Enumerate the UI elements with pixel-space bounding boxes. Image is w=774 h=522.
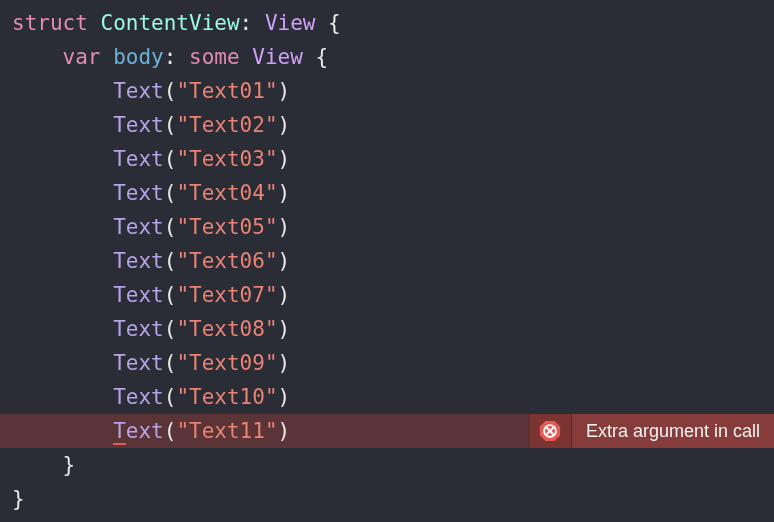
code-editor[interactable]: struct ContentView: View { var body: som… [0,0,774,522]
colon: : [240,11,265,35]
brace-open: { [303,45,328,69]
error-message[interactable]: Extra argument in call [571,414,774,448]
code-line[interactable]: Text("Text10") [0,380,774,414]
paren-close: ) [278,283,291,307]
code-line[interactable]: Text("Text05") [0,210,774,244]
paren-close: ) [278,181,291,205]
call-text-rest: ext [126,419,164,443]
paren-close: ) [278,215,291,239]
code-line-error[interactable]: Text("Text11") Extra argument in call [0,414,774,448]
paren-open: ( [164,181,177,205]
call-text: Text [113,147,164,171]
paren-close: ) [278,249,291,273]
code-line[interactable]: Text("Text02") [0,108,774,142]
code-line[interactable]: Text("Text07") [0,278,774,312]
call-text: Text [113,283,164,307]
paren-open: ( [164,351,177,375]
colon: : [164,45,189,69]
call-text: Text [113,249,164,273]
paren-close: ) [278,317,291,341]
paren-open: ( [164,113,177,137]
keyword-some: some [189,45,240,69]
brace-close: } [12,487,25,511]
string-literal: "Text07" [176,283,277,307]
paren-close: ) [278,113,291,137]
string-literal: "Text03" [176,147,277,171]
string-literal: "Text05" [176,215,277,239]
code-line[interactable]: } [0,448,774,482]
type-view: View [252,45,303,69]
string-literal: "Text08" [176,317,277,341]
brace-open: { [315,11,340,35]
code-line[interactable]: Text("Text01") [0,74,774,108]
paren-close: ) [278,419,291,443]
code-line[interactable]: Text("Text06") [0,244,774,278]
call-text: Text [113,317,164,341]
string-literal: "Text06" [176,249,277,273]
error-icon [539,420,561,442]
string-literal: "Text04" [176,181,277,205]
code-line[interactable]: struct ContentView: View { [0,6,774,40]
keyword-struct: struct [12,11,88,35]
call-text: Text [113,113,164,137]
paren-close: ) [278,351,291,375]
call-text: Text [113,79,164,103]
paren-close: ) [278,79,291,103]
string-literal: "Text09" [176,351,277,375]
paren-open: ( [164,385,177,409]
code-line[interactable]: Text("Text08") [0,312,774,346]
paren-open: ( [164,419,177,443]
code-line[interactable]: } [0,482,774,516]
call-text: Text [113,351,164,375]
string-literal: "Text10" [176,385,277,409]
code-line[interactable]: var body: some View { [0,40,774,74]
code-line[interactable]: Text("Text03") [0,142,774,176]
paren-close: ) [278,147,291,171]
error-underline: T [113,419,126,445]
error-icon-box[interactable] [529,414,571,448]
call-text: Text [113,181,164,205]
call-text: Text [113,215,164,239]
protocol-name: View [265,11,316,35]
paren-open: ( [164,79,177,103]
code-line[interactable]: Text("Text04") [0,176,774,210]
paren-close: ) [278,385,291,409]
call-text: Text [113,385,164,409]
brace-close: } [63,453,76,477]
paren-open: ( [164,215,177,239]
error-banner[interactable]: Extra argument in call [529,414,774,448]
paren-open: ( [164,147,177,171]
member-body: body [113,45,164,69]
paren-open: ( [164,317,177,341]
keyword-var: var [63,45,101,69]
paren-open: ( [164,249,177,273]
type-name: ContentView [101,11,240,35]
string-literal: "Text01" [176,79,277,103]
string-literal: "Text02" [176,113,277,137]
paren-open: ( [164,283,177,307]
string-literal: "Text11" [176,419,277,443]
code-line[interactable]: Text("Text09") [0,346,774,380]
